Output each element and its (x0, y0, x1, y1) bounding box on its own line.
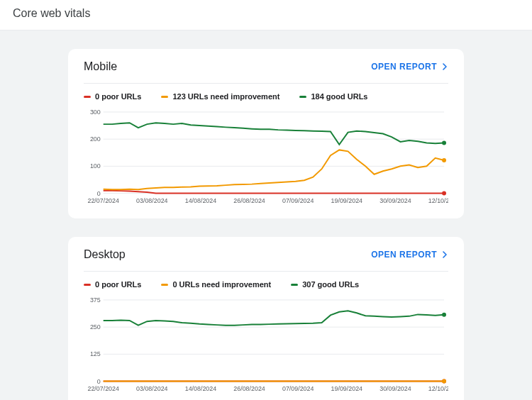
chevron-right-icon (441, 63, 448, 70)
svg-text:22/07/2024: 22/07/2024 (87, 386, 118, 393)
legend-item-needs: 123 URLs need improvement (161, 92, 279, 101)
svg-point-16 (442, 191, 446, 196)
svg-point-18 (442, 141, 446, 145)
svg-text:03/08/2024: 03/08/2024 (136, 197, 167, 204)
chart-svg-mobile: 010020030022/07/202403/08/202414/08/2024… (84, 108, 448, 206)
svg-text:19/09/2024: 19/09/2024 (331, 386, 362, 393)
svg-text:26/08/2024: 26/08/2024 (233, 386, 265, 393)
svg-point-17 (442, 158, 446, 162)
swatch-needs (161, 284, 168, 286)
legend-label-poor: 0 poor URLs (95, 92, 141, 101)
open-report-link-mobile[interactable]: OPEN REPORT (371, 62, 448, 72)
svg-text:375: 375 (90, 296, 101, 304)
legend-label-good: 184 good URLs (311, 92, 367, 101)
card-title-mobile: Mobile (84, 60, 117, 73)
card-mobile: Mobile OPEN REPORT 0 poor URLs 123 URLs … (68, 49, 464, 218)
legend-item-poor: 0 poor URLs (84, 280, 141, 289)
card-title-desktop: Desktop (84, 248, 126, 261)
svg-text:0: 0 (97, 378, 101, 385)
svg-text:200: 200 (90, 135, 101, 143)
legend-desktop: 0 poor URLs 0 URLs need improvement 307 … (84, 271, 448, 296)
svg-text:07/09/2024: 07/09/2024 (282, 386, 314, 393)
swatch-poor (84, 96, 91, 98)
chart-desktop: 012525037522/07/202403/08/202414/08/2024… (84, 296, 448, 394)
swatch-good (291, 284, 298, 286)
legend-label-needs: 0 URLs need improvement (172, 280, 271, 289)
svg-text:125: 125 (90, 351, 101, 358)
chart-mobile: 010020030022/07/202403/08/202414/08/2024… (84, 108, 448, 206)
legend-label-good: 307 good URLs (302, 280, 359, 289)
card-desktop: Desktop OPEN REPORT 0 poor URLs 0 URLs n… (68, 237, 464, 400)
page-title: Core web vitals (13, 7, 519, 20)
svg-text:30/09/2024: 30/09/2024 (379, 197, 411, 204)
svg-text:14/08/2024: 14/08/2024 (185, 197, 216, 204)
card-header-desktop: Desktop OPEN REPORT (84, 248, 448, 261)
svg-text:0: 0 (97, 190, 101, 197)
swatch-poor (84, 284, 91, 286)
page-header: Core web vitals (0, 0, 532, 30)
svg-text:07/09/2024: 07/09/2024 (282, 197, 314, 204)
swatch-needs (161, 96, 168, 98)
open-report-link-desktop[interactable]: OPEN REPORT (371, 250, 448, 260)
open-report-label: OPEN REPORT (371, 250, 437, 260)
chevron-right-icon (441, 251, 448, 258)
legend-label-poor: 0 poor URLs (95, 280, 141, 289)
svg-text:30/09/2024: 30/09/2024 (379, 386, 411, 393)
card-header-mobile: Mobile OPEN REPORT (84, 60, 448, 73)
legend-item-good: 184 good URLs (299, 92, 367, 101)
svg-point-36 (442, 379, 446, 384)
svg-text:300: 300 (90, 109, 101, 116)
cards-container: Mobile OPEN REPORT 0 poor URLs 123 URLs … (0, 30, 532, 400)
svg-text:19/09/2024: 19/09/2024 (331, 197, 362, 204)
svg-text:12/10/2024: 12/10/2024 (428, 386, 448, 393)
legend-item-needs: 0 URLs need improvement (161, 280, 271, 289)
svg-text:26/08/2024: 26/08/2024 (233, 197, 265, 204)
svg-text:14/08/2024: 14/08/2024 (185, 386, 216, 393)
legend-item-poor: 0 poor URLs (84, 92, 141, 101)
svg-text:100: 100 (90, 162, 101, 170)
open-report-label: OPEN REPORT (371, 62, 437, 72)
chart-svg-desktop: 012525037522/07/202403/08/202414/08/2024… (84, 296, 448, 394)
svg-point-37 (442, 313, 446, 317)
svg-text:03/08/2024: 03/08/2024 (136, 386, 167, 393)
legend-mobile: 0 poor URLs 123 URLs need improvement 18… (84, 83, 448, 108)
swatch-good (299, 96, 306, 98)
svg-text:250: 250 (90, 323, 101, 330)
svg-text:22/07/2024: 22/07/2024 (87, 197, 118, 204)
legend-label-needs: 123 URLs need improvement (172, 92, 279, 101)
svg-text:12/10/2024: 12/10/2024 (428, 197, 448, 204)
legend-item-good: 307 good URLs (291, 280, 359, 289)
